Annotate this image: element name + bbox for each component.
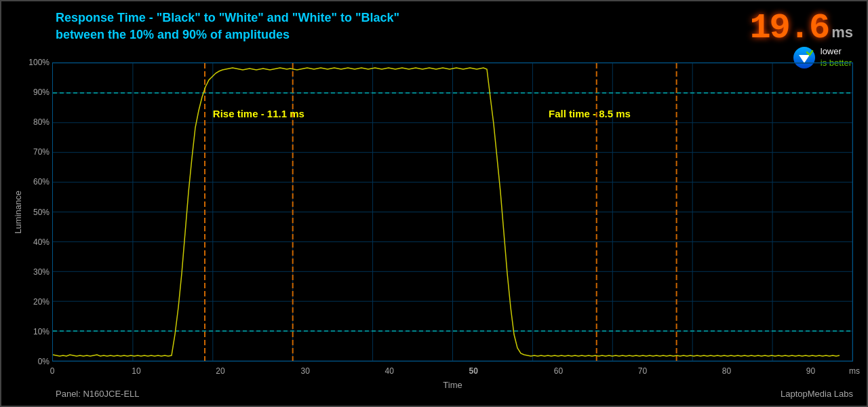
ms-value: 19.6 — [749, 8, 829, 48]
x-axis-label: Time — [443, 380, 462, 390]
x-axis-ticks: 0 10 20 30 40 50 60 70 80 90 ms — [52, 366, 853, 380]
chart-area: Rise time - 11.1 ms Fall time - 8.5 ms — [52, 62, 853, 362]
rise-time-label: Rise time - 11.1 ms — [213, 108, 304, 119]
brand-label: LaptopMedia Labs — [781, 389, 853, 399]
fall-time-label: Fall time - 8.5 ms — [549, 108, 631, 119]
ms-display: 19.6 ms — [749, 8, 853, 48]
chart-svg — [53, 63, 852, 361]
panel-label: Panel: N160JCE-ELL — [56, 389, 140, 399]
chart-container: Response Time - "Black" to "White" and "… — [0, 0, 868, 407]
ms-unit: ms — [831, 24, 853, 41]
y-axis-label: Luminance — [13, 191, 23, 234]
y-axis-ticks: 100% 90% 80% 70% 60% 50% 40% 30% 20% 10%… — [25, 62, 50, 362]
chart-title: Response Time - "Black" to "White" and "… — [56, 9, 399, 43]
